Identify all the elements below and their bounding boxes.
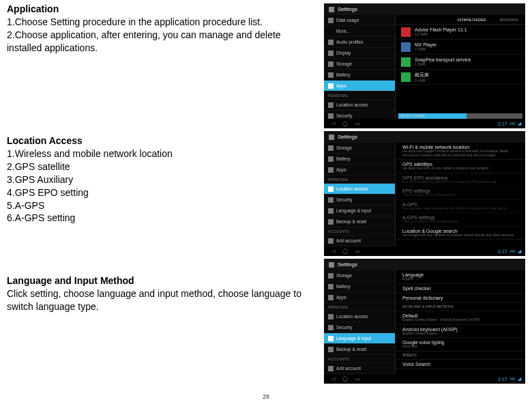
- sidebar-header-personal: PERSONAL: [324, 91, 395, 100]
- location-icon: [328, 186, 334, 192]
- sidebar-item-security[interactable]: Security: [324, 111, 395, 119]
- sidebar-item-audio[interactable]: Audio profiles: [324, 37, 395, 48]
- ss1-statusbar: ◁ ◯ ▭ 2:17 AM ◢: [324, 119, 525, 128]
- recent-icon[interactable]: ▭: [353, 248, 362, 255]
- sidebar-item-apps[interactable]: Apps: [324, 81, 395, 91]
- app-row-wandoujia[interactable]: 豌豆荚2.4MB: [396, 70, 525, 85]
- row-agps-settings[interactable]: A-GPS settingsClick to modify A-GPS conf…: [396, 213, 525, 227]
- add-icon: [328, 238, 334, 244]
- location-item5: 5.A-GPS: [7, 199, 317, 212]
- language-icon: [328, 208, 334, 214]
- backup-icon: [328, 219, 334, 225]
- ss1-sidebar: Data usage More... Audio profiles Displa…: [324, 15, 396, 119]
- mx-icon: [401, 42, 411, 52]
- sidebar-item-battery[interactable]: Battery: [324, 154, 395, 165]
- row-android-keyboard[interactable]: Android keyboard (AOSP)English (United S…: [396, 325, 525, 339]
- row-spell-checker[interactable]: Spell checker: [396, 284, 525, 294]
- sidebar-header-accounts: ACCOUNTS: [324, 355, 395, 363]
- sidebar-item-security[interactable]: Security: [324, 195, 395, 205]
- row-epo-settings[interactable]: EPO settingsClick to modify EPO configur…: [396, 186, 525, 200]
- back-icon[interactable]: ◁: [328, 375, 338, 382]
- back-icon[interactable]: ◁: [328, 120, 338, 127]
- row-gps-epo[interactable]: GPS EPO assistanceUse GPS assistance dat…: [396, 173, 525, 187]
- sidebar-item-language[interactable]: Language & input: [324, 205, 395, 216]
- app-row-mx[interactable]: MX Player7.2MB: [396, 40, 525, 55]
- row-voice-typing[interactable]: Google voice typingAutomatic: [396, 338, 525, 352]
- location-item6: 6.A-GPS setting: [7, 212, 317, 225]
- sidebar-item-data-usage[interactable]: Data usage: [324, 15, 395, 26]
- ss2-content: Wi-Fi & mobile network locationLet apps …: [396, 143, 525, 246]
- ss1-tabs: DOWNLOADED RUNNING: [396, 15, 525, 25]
- sidebar-item-backup[interactable]: Backup & reset: [324, 216, 395, 227]
- home-icon[interactable]: ◯: [340, 375, 350, 382]
- battery-icon: [328, 156, 334, 162]
- tab-downloaded[interactable]: DOWNLOADED: [458, 18, 486, 22]
- header-keyboard: KEYBOARD & INPUT METHODS: [396, 303, 525, 312]
- sidebar-header-personal: PERSONAL: [324, 175, 395, 184]
- recent-icon[interactable]: ▭: [353, 375, 362, 382]
- app-row-flash[interactable]: Adobe Flash Player 11.112.5MB: [396, 25, 525, 40]
- ss2-statusbar: ◁ ◯ ▭ 2:17 AM ◢: [324, 246, 525, 256]
- row-language[interactable]: LanguageEnglish: [396, 270, 525, 284]
- ss3-am: AM: [510, 377, 516, 381]
- row-gps-satellites[interactable]: GPS satellitesLet apps use GPS on your t…: [396, 160, 525, 173]
- row-google-search[interactable]: Location & Google searchLet Google use y…: [396, 227, 525, 240]
- svg-rect-0: [329, 7, 334, 12]
- sidebar-item-language[interactable]: Language & input: [324, 333, 395, 344]
- sidebar-item-apps[interactable]: Apps: [324, 165, 395, 175]
- ss1-clock: 2:17: [498, 122, 507, 126]
- section-application: Application 1.Choose Setting procedure i…: [7, 3, 525, 128]
- screenshot-apps: Settings Data usage More... Audio profil…: [324, 3, 525, 128]
- sidebar-item-battery[interactable]: Battery: [324, 70, 395, 81]
- row-personal-dict[interactable]: Personal dictionary: [396, 294, 525, 303]
- tab-running[interactable]: RUNNING: [500, 18, 518, 22]
- sidebar-item-battery[interactable]: Battery: [324, 281, 395, 292]
- sidebar-item-add-account[interactable]: Add account: [324, 363, 395, 374]
- section-language: Language and Input Method Click setting,…: [7, 259, 525, 384]
- row-agps[interactable]: A-GPSUse assistant data to speed up the …: [396, 200, 525, 214]
- sidebar-header-personal: PERSONAL: [324, 303, 395, 311]
- sidebar-item-storage[interactable]: Storage: [324, 143, 395, 154]
- back-icon[interactable]: ◁: [328, 248, 338, 255]
- sidebar-item-storage[interactable]: Storage: [324, 270, 395, 281]
- language-body: Click setting, choose language and input…: [7, 287, 317, 313]
- audio-icon: [328, 40, 334, 45]
- home-icon[interactable]: ◯: [340, 248, 350, 255]
- language-icon: [328, 336, 334, 341]
- ss2-topbar: Settings: [324, 131, 525, 143]
- row-default[interactable]: DefaultEnglish (United States) - Android…: [396, 311, 525, 325]
- sidebar-item-more[interactable]: More...: [324, 26, 395, 37]
- ss1-am: AM: [510, 122, 516, 126]
- storage-icon: [328, 61, 334, 67]
- svg-rect-1: [329, 134, 334, 140]
- storage-icon: [328, 273, 334, 279]
- sidebar-item-storage[interactable]: Storage: [324, 59, 395, 70]
- storage-bar: System Storage: [398, 113, 522, 119]
- sidebar-item-backup[interactable]: Backup & reset: [324, 344, 395, 355]
- app-row-snappea[interactable]: SnapPea transport service1.5MB: [396, 55, 525, 70]
- ss3-statusbar: ◁ ◯ ▭ 2:17 AM ◢: [324, 374, 525, 384]
- sidebar-item-location[interactable]: Location access: [324, 184, 395, 195]
- sidebar-item-location[interactable]: Location access: [324, 100, 395, 111]
- recent-icon[interactable]: ▭: [353, 120, 362, 127]
- svg-rect-2: [329, 262, 334, 268]
- application-text: Application 1.Choose Setting procedure i…: [7, 3, 324, 55]
- sidebar-item-display[interactable]: Display: [324, 48, 395, 59]
- language-text: Language and Input Method Click setting,…: [7, 259, 324, 313]
- storage-icon: [328, 145, 334, 151]
- flash-icon: [401, 27, 411, 37]
- sidebar-item-location[interactable]: Location access: [324, 311, 395, 322]
- home-icon[interactable]: ◯: [340, 120, 350, 127]
- ss2-title: Settings: [338, 134, 357, 140]
- sidebar-item-security[interactable]: Security: [324, 322, 395, 333]
- row-voice-search[interactable]: Voice Search: [396, 360, 525, 369]
- page-number: 28: [7, 393, 525, 400]
- application-line1: 1.Choose Setting procedure in the applic…: [7, 16, 317, 29]
- ss3-topbar: Settings: [324, 259, 525, 270]
- sidebar-item-add-account[interactable]: Add account: [324, 236, 395, 246]
- ss2-am: AM: [510, 249, 516, 253]
- ss2-clock: 2:17: [498, 249, 507, 254]
- sidebar-item-apps[interactable]: Apps: [324, 292, 395, 303]
- sidebar-header-accounts: ACCOUNTS: [324, 227, 395, 236]
- row-wifi-location[interactable]: Wi-Fi & mobile network locationLet apps …: [396, 143, 525, 160]
